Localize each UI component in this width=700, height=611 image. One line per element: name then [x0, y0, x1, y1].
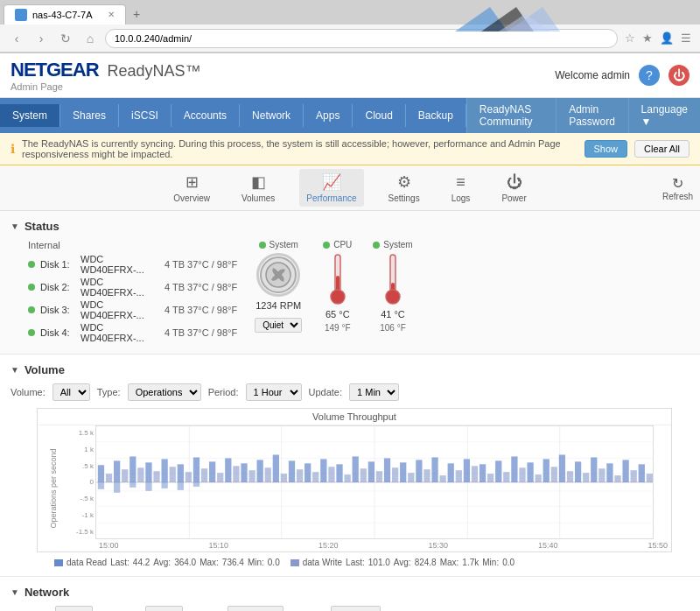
svg-rect-47 [273, 454, 279, 482]
new-tab-btn[interactable]: + [126, 4, 147, 25]
nav-language[interactable]: Language ▼ [628, 98, 700, 133]
vol-write-last-label: Last: [346, 558, 365, 567]
forward-btn[interactable]: › [32, 29, 51, 48]
volumes-icon: ◧ [251, 172, 266, 192]
disk-row: Disk 4: WDC WD40EFRX-... 4 TB 37°C / 98°… [28, 322, 237, 343]
disk4-num: Disk 4: [40, 327, 75, 338]
home-btn[interactable]: ⌂ [80, 29, 100, 48]
refresh-btn[interactable]: ↻ Refresh [662, 175, 693, 201]
svg-rect-93 [639, 464, 645, 482]
nav-accounts[interactable]: Accounts [172, 104, 240, 127]
svg-rect-91 [622, 460, 628, 482]
volume-volume-select[interactable]: All [52, 383, 90, 401]
toolbar-power[interactable]: ⏻ Power [494, 170, 533, 207]
profile-icon[interactable]: 👤 [658, 30, 676, 46]
disk4-status-dot [28, 329, 35, 336]
power-btn[interactable]: ⏻ [668, 65, 690, 86]
nav-apps[interactable]: Apps [304, 104, 353, 127]
nav-admin-password[interactable]: Admin Password [556, 98, 627, 133]
settings-label: Settings [388, 193, 420, 203]
disk3-num: Disk 3: [40, 305, 75, 315]
sys-thermometer [384, 253, 402, 306]
vol-write-avg-label: Avg: [394, 558, 411, 567]
reload-btn[interactable]: ↻ [56, 29, 75, 48]
nav-iscsi[interactable]: iSCSI [119, 104, 172, 127]
network-arrow[interactable]: ▼ [10, 587, 19, 597]
volume-period-select[interactable]: 1 Hour [246, 383, 302, 401]
net-period-select[interactable]: 1 Hour [228, 606, 284, 611]
bookmark-icon[interactable]: ☆ [623, 30, 637, 46]
svg-rect-50 [297, 469, 303, 482]
help-btn[interactable]: ? [639, 65, 660, 86]
welcome-text: Welcome admin [555, 69, 630, 81]
svg-rect-29 [130, 456, 136, 482]
back-btn[interactable]: ‹ [7, 29, 26, 48]
vol-x2: 15:20 [318, 541, 339, 550]
volume-type-select[interactable]: Operations [128, 383, 201, 401]
toolbar-settings[interactable]: ⚙ Settings [382, 169, 427, 207]
svg-rect-25 [98, 465, 104, 482]
net-update-select[interactable]: 1 Min [331, 606, 381, 611]
svg-rect-42 [233, 466, 239, 482]
volume-x-axis: 15:00 15:10 15:20 15:30 15:40 15:50 [95, 539, 671, 551]
svg-rect-43 [241, 463, 247, 482]
vol-read-name: data Read [66, 558, 107, 567]
sys-temp-meter: System 41 °C 106 °F [373, 240, 412, 333]
vol-write-last: 101.0 [368, 558, 390, 567]
toolbar: ⊞ Overview ◧ Volumes 📈 Performance ⚙ Set… [0, 165, 700, 211]
nav-cloud[interactable]: Cloud [353, 104, 405, 127]
svg-rect-51 [304, 463, 311, 482]
volume-section: ▼ Volume Volume: All Type: Operations Pe… [0, 355, 700, 577]
volume-update-select[interactable]: 1 Min [349, 383, 399, 401]
net-network-select[interactable]: All [55, 606, 93, 611]
admin-page-title: Admin Page [10, 81, 99, 92]
sys-temp-c: 41 °C [381, 309, 405, 320]
menu-icon[interactable]: ☰ [679, 30, 693, 46]
nav-shares[interactable]: Shares [60, 104, 119, 127]
toolbar-logs[interactable]: ≡ Logs [444, 170, 478, 207]
nav-community[interactable]: ReadyNAS Community [466, 98, 556, 133]
fan-mode-select[interactable]: Quiet Cool [255, 318, 302, 333]
fan-system-label: System [270, 240, 298, 249]
disk2-model: WDC WD40EFRX-... [80, 277, 159, 298]
vol-write-min-label: Min: [482, 558, 499, 567]
browser-tab[interactable]: nas-43-C7-7A ✕ [4, 4, 126, 25]
toolbar-overview[interactable]: ⊞ Overview [166, 169, 217, 207]
status-arrow[interactable]: ▼ [10, 221, 19, 231]
app-container: NETGEAR Admin Page ReadyNAS™ Welcome adm… [0, 53, 700, 611]
alert-clear-btn[interactable]: Clear All [634, 140, 690, 158]
nav-network[interactable]: Network [240, 104, 304, 127]
status-meters: System 1234 RPM [255, 240, 412, 333]
fan-rpm: 1234 RPM [256, 300, 301, 311]
volume-arrow[interactable]: ▼ [10, 365, 19, 375]
svg-rect-45 [257, 460, 263, 482]
tab-close-btn[interactable]: ✕ [108, 10, 115, 19]
nav-system[interactable]: System [0, 104, 60, 127]
nav-backup[interactable]: Backup [406, 104, 466, 127]
toolbar-performance[interactable]: 📈 Performance [299, 169, 363, 207]
disk4-info: 4 TB 37°C / 98°F [164, 327, 237, 338]
svg-point-12 [386, 290, 400, 304]
svg-rect-65 [416, 460, 422, 482]
disk-row: Disk 1: WDC WD40EFRX-... 4 TB 37°C / 98°… [28, 254, 237, 275]
svg-rect-46 [265, 467, 271, 482]
volume-chart-wrapper: Volume Throughput Operations per second … [10, 408, 690, 567]
vol-x3: 15:30 [428, 541, 448, 550]
vol-read-last: 44.2 [133, 558, 150, 567]
alert-show-btn[interactable]: Show [584, 140, 628, 158]
vol-write-avg: 824.8 [415, 558, 437, 567]
volume-chart-area: 1.5 k 1 k .5 k 0 -.5 k -1 k -1.5 k [69, 425, 671, 551]
internal-label: Internal [28, 240, 237, 250]
toolbar-volumes[interactable]: ◧ Volumes [234, 169, 282, 207]
network-header: ▼ Network [10, 586, 690, 599]
performance-icon: 📈 [322, 172, 341, 192]
volume-chart-legend: data Read Last: 44.2 Avg: 364.0 Max: 736… [54, 558, 690, 567]
readynas-text: ReadyNAS™ [108, 62, 201, 81]
svg-rect-26 [106, 474, 112, 482]
disk3-model: WDC WD40EFRX-... [80, 299, 159, 320]
net-protocol-select[interactable]: All [145, 606, 183, 611]
vol-y4: -.5 k [71, 495, 94, 502]
svg-rect-52 [312, 472, 318, 482]
vol-right-space [654, 425, 671, 539]
star-icon[interactable]: ★ [640, 30, 654, 46]
